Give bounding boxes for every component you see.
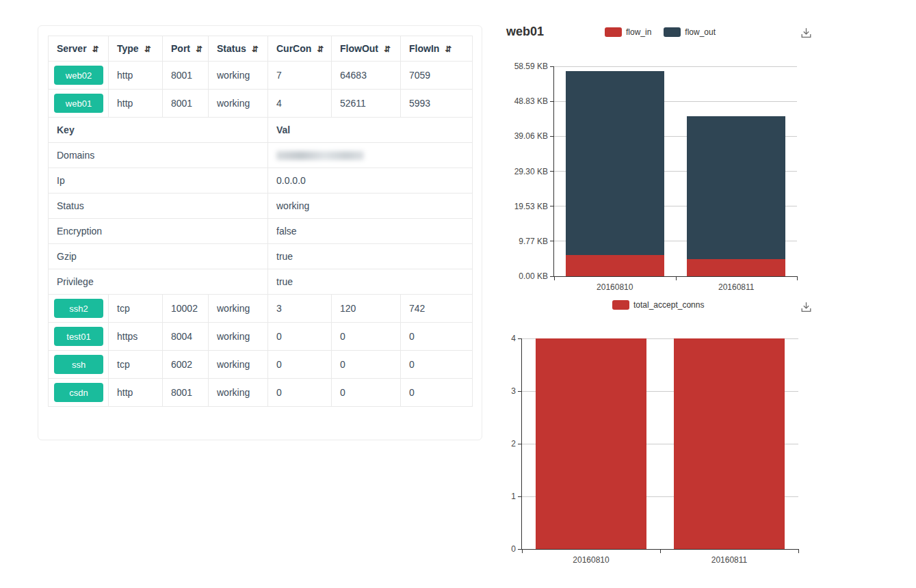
server-button-ssh[interactable]: ssh [54, 355, 103, 374]
status-cell: working [209, 323, 268, 351]
legend-label: flow_out [685, 27, 716, 37]
sort-icon[interactable]: ⇵ [144, 44, 151, 54]
x-axis-tick [554, 277, 555, 280]
legend-label: flow_in [626, 27, 651, 37]
curcon-cell: 0 [268, 323, 332, 351]
legend-item-total_accept_conns[interactable]: total_accept_conns [612, 300, 704, 310]
server-button-web02[interactable]: web02 [54, 66, 103, 85]
bar-total_accept_conns-20160811[interactable] [674, 338, 785, 549]
type-cell: http [109, 379, 163, 407]
detail-row-gzip: Gziptrue [49, 244, 473, 269]
column-header-flowout[interactable]: FlowOut⇵ [332, 36, 401, 62]
server-button-csdn[interactable]: csdn [54, 383, 103, 402]
bar-flow_out-20160810[interactable] [566, 71, 664, 255]
save-as-image-icon[interactable] [800, 301, 813, 314]
domains-value-redacted [276, 151, 364, 160]
y-axis-label: 29.30 KB [473, 167, 548, 176]
column-header-server[interactable]: Server⇵ [49, 36, 109, 62]
detail-val-cell: true [268, 244, 473, 269]
port-cell: 10002 [163, 295, 209, 323]
server-table: Server⇵Type⇵Port⇵Status⇵CurCon⇵FlowOut⇵F… [48, 36, 473, 407]
sort-icon[interactable]: ⇵ [252, 44, 258, 54]
column-header-curcon[interactable]: CurCon⇵ [268, 36, 332, 62]
type-cell: tcp [109, 295, 163, 323]
gridline [554, 66, 797, 67]
curcon-cell: 4 [268, 90, 332, 118]
x-axis-tick [797, 277, 798, 280]
sort-icon[interactable]: ⇵ [317, 44, 323, 54]
port-cell: 8004 [163, 323, 209, 351]
curcon-cell: 7 [268, 62, 332, 90]
x-axis-tick [798, 550, 799, 553]
detail-key-cell: Domains [49, 143, 268, 168]
flowin-cell: 742 [401, 295, 473, 323]
sort-icon[interactable]: ⇵ [196, 44, 202, 54]
server-table-head: Server⇵Type⇵Port⇵Status⇵CurCon⇵FlowOut⇵F… [49, 36, 473, 62]
y-axis-line [521, 338, 522, 549]
flowin-cell: 5993 [401, 90, 473, 118]
column-header-port[interactable]: Port⇵ [163, 36, 209, 62]
x-axis-tick [676, 277, 677, 280]
column-header-label: Status [217, 43, 246, 54]
port-cell: 8001 [163, 379, 209, 407]
y-axis-label: 3 [441, 386, 516, 396]
bar-flow_in-20160810[interactable] [566, 255, 664, 276]
bar-flow_out-20160811[interactable] [687, 116, 785, 259]
detail-row-status: Statusworking [49, 193, 473, 219]
y-axis-label: 4 [441, 334, 516, 343]
server-name-cell: test01 [49, 323, 109, 351]
detail-header-row: KeyVal [49, 118, 473, 143]
column-header-status[interactable]: Status⇵ [209, 36, 268, 62]
legend-swatch [612, 300, 629, 310]
servers-card: Server⇵Type⇵Port⇵Status⇵CurCon⇵FlowOut⇵F… [38, 25, 482, 440]
table-row-server-ssh: sshtcp6002working000 [49, 351, 473, 379]
x-axis-label: 20160810 [573, 555, 609, 565]
save-as-image-icon[interactable] [800, 27, 813, 40]
server-button-test01[interactable]: test01 [54, 327, 103, 346]
server-button-ssh2[interactable]: ssh2 [54, 299, 103, 318]
table-row-server-test01: test01https8004working000 [49, 323, 473, 351]
bar-flow_in-20160811[interactable] [687, 259, 785, 276]
column-header-flowin[interactable]: FlowIn⇵ [401, 36, 473, 62]
status-cell: working [209, 295, 268, 323]
flowout-cell: 52611 [332, 90, 401, 118]
column-header-type[interactable]: Type⇵ [109, 36, 163, 62]
status-cell: working [209, 351, 268, 379]
sort-icon[interactable]: ⇵ [445, 44, 451, 54]
curcon-cell: 0 [268, 379, 332, 407]
server-button-web01[interactable]: web01 [54, 94, 103, 113]
flowin-cell: 0 [401, 351, 473, 379]
x-axis-label: 20160811 [711, 555, 748, 565]
legend-item-flow_in[interactable]: flow_in [605, 27, 651, 37]
type-cell: http [109, 90, 163, 118]
column-header-label: Type [117, 43, 139, 54]
detail-val-cell: true [268, 269, 473, 295]
legend-item-flow_out[interactable]: flow_out [664, 27, 716, 37]
server-name-cell: ssh [49, 351, 109, 379]
status-cell: working [209, 379, 268, 407]
table-row-server-csdn: csdnhttp8001working000 [49, 379, 473, 407]
flowin-cell: 7059 [401, 62, 473, 90]
y-axis-label: 39.06 KB [473, 131, 548, 141]
x-axis-tick [522, 550, 523, 553]
server-name-cell: ssh2 [49, 295, 109, 323]
detail-val-cell: working [268, 193, 473, 219]
type-cell: tcp [109, 351, 163, 379]
port-cell: 6002 [163, 351, 209, 379]
bar-total_accept_conns-20160810[interactable] [536, 338, 646, 549]
curcon-cell: 0 [268, 351, 332, 379]
column-header-label: FlowOut [340, 43, 378, 54]
table-row-server-web02: web02http8001working7646837059 [49, 62, 473, 90]
status-cell: working [209, 90, 268, 118]
flowout-cell: 0 [332, 323, 401, 351]
y-axis-label: 2 [441, 439, 516, 449]
flowout-cell: 64683 [332, 62, 401, 90]
x-axis-label: 20160810 [597, 282, 633, 292]
sort-icon[interactable]: ⇵ [92, 44, 99, 54]
detail-val-cell [268, 143, 473, 168]
column-header-label: FlowIn [409, 43, 439, 54]
port-cell: 8001 [163, 62, 209, 90]
column-header-label: Server [57, 43, 87, 54]
sort-icon[interactable]: ⇵ [384, 44, 390, 54]
chart2-legend: total_accept_conns [612, 300, 704, 310]
